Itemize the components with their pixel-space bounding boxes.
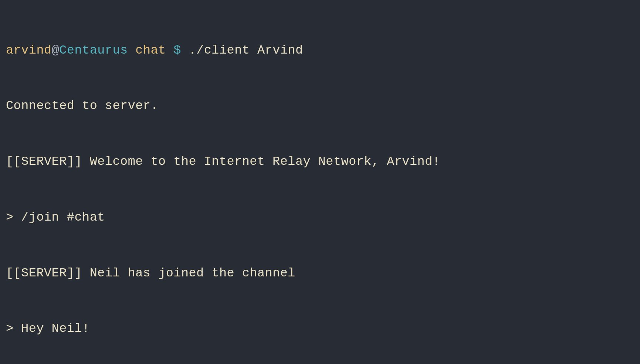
terminal-output-line: > /join #chat	[6, 208, 634, 227]
prompt-user: arvind	[6, 43, 52, 57]
terminal-output-line: [[SERVER]] Welcome to the Internet Relay…	[6, 152, 634, 171]
prompt-host: Centaurus	[59, 43, 128, 57]
shell-prompt-line: arvind@Centaurus chat $ ./client Arvind	[6, 41, 634, 59]
prompt-at: @	[52, 43, 60, 57]
terminal-output-line: > Hey Neil!	[6, 319, 634, 338]
terminal-output-line: Connected to server.	[6, 96, 634, 115]
prompt-dollar: $	[173, 43, 181, 57]
terminal-window[interactable]: arvind@Centaurus chat $ ./client Arvind …	[6, 4, 634, 364]
prompt-path: chat	[135, 43, 166, 57]
shell-command: ./client Arvind	[189, 43, 303, 57]
terminal-output-line: [[SERVER]] Neil has joined the channel	[6, 264, 634, 282]
